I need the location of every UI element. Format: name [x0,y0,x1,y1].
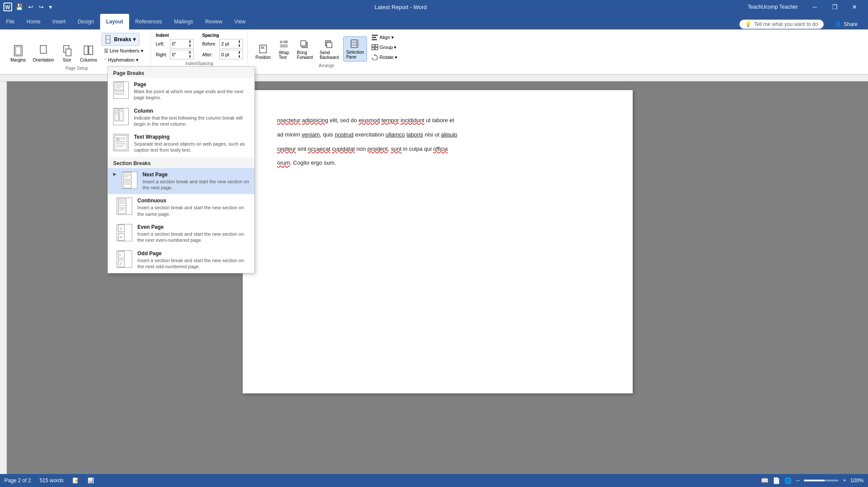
spacing-before-row: Before: 2 pt ⬆⬇ [202,39,243,49]
text-wrap-item-desc: Separate text around objects on web page… [134,141,249,153]
selection-pane-button[interactable]: SelectionPane [343,36,367,62]
size-button[interactable]: Size [59,43,76,64]
margins-button[interactable]: Margins [8,43,29,64]
tab-home[interactable]: Home [20,14,46,29]
read-mode-icon[interactable]: 📖 [761,477,768,484]
svg-rect-33 [375,45,378,47]
orientation-icon [38,45,49,57]
window-controls: ─ ❐ ✕ [805,0,865,14]
indent-group-label: Indent [185,61,198,66]
share-button[interactable]: 👤 Share [829,19,864,29]
page-item-title: Page [134,81,249,88]
hyphenation-button[interactable]: ⁻ Hyphenation ▾ [101,56,141,64]
section-breaks-header: Section Breaks [108,157,254,168]
orientation-button[interactable]: Orientation [30,43,57,64]
tab-mailings[interactable]: Mailings [168,14,199,29]
odd-page-item-text: Odd Page Insert a section break and star… [137,250,249,270]
minimize-btn[interactable]: ─ [805,0,825,14]
selection-pane-icon [350,39,360,49]
svg-text:-2: -2 [119,227,122,230]
wrap-text-button[interactable]: WrapText [275,37,293,62]
share-icon: 👤 [835,21,842,27]
qat-dropdown-btn[interactable]: ▾ [47,3,54,11]
group-icon [371,44,378,50]
menu-item-continuous[interactable]: Continuous Insert a section break and st… [108,194,254,221]
align-button[interactable]: Align ▾ [369,33,400,42]
send-backward-icon [325,39,334,49]
wrap-text-icon [279,39,289,49]
send-backward-button[interactable]: SendBackward [317,37,341,62]
restore-btn[interactable]: ❐ [825,0,845,14]
continuous-item-title: Continuous [137,198,249,204]
zoom-out-btn[interactable]: ─ [796,477,800,484]
page-break-icon [113,81,129,99]
window-title: Latest Report - Word [54,4,748,10]
menu-item-odd-page[interactable]: 1 -3 Odd Page Insert a section break and… [108,247,254,273]
svg-rect-38 [115,90,124,94]
even-page-item-title: Even Page [137,224,249,230]
spacing-group-label: Spacing [198,61,213,66]
zoom-slider[interactable] [804,480,839,481]
app-icon: W [3,3,12,11]
indent-group: Indent Left: 0" ⬆⬇ Right: 0" ⬆⬇ [156,33,194,59]
tab-view[interactable]: View [228,14,252,29]
tab-insert[interactable]: Insert [46,14,72,29]
tell-me-bar[interactable]: 💡 Tell me what you want to do [739,19,824,29]
bring-forward-icon [300,39,309,49]
ribbon-group-arrange: Position WrapText BringForward [249,31,405,68]
menu-item-next-page[interactable]: ▶ Next Page Insert a section break and s… [108,168,254,195]
column-item-desc: Indicate that the text following the col… [134,115,249,127]
page-item-desc: Mark the point at which one page ends an… [134,88,249,101]
tab-layout[interactable]: Layout [100,14,129,29]
spacing-after-label: After: [202,52,218,57]
position-button[interactable]: Position [253,42,274,62]
next-page-item-title: Next Page [143,172,249,178]
menu-item-page[interactable]: Page Mark the point at which one page en… [108,78,254,104]
web-layout-icon[interactable]: 🌐 [784,477,792,484]
spacing-before-input[interactable]: 2 pt ⬆⬇ [219,39,243,49]
ribbon-tabs: File Home Insert Design Layout Reference… [0,14,868,29]
svg-rect-67 [118,199,126,214]
even-page-item-text: Even Page Insert a section break and sta… [137,224,249,244]
page-breaks-header: Page Breaks [108,67,254,78]
tab-design[interactable]: Design [72,14,100,29]
bring-forward-button[interactable]: BringForward [294,37,315,62]
track-changes-icon[interactable]: 📊 [88,477,94,484]
tell-me-placeholder: Tell me what you want to do [754,21,818,27]
close-btn[interactable]: ✕ [845,0,865,14]
redo-qat-btn[interactable]: ↪ [37,3,46,11]
svg-rect-53 [116,137,120,141]
group-button[interactable]: Group ▾ [369,43,400,52]
continuous-item-desc: Insert a section break and start the new… [137,205,249,217]
columns-icon [83,45,94,57]
status-bar-left: Page 2 of 2 515 words 📝 📊 [4,477,94,484]
svg-rect-7 [40,45,46,53]
menu-item-column[interactable]: Column Indicate that the text following … [108,104,254,131]
rotate-button[interactable]: Rotate ▾ [369,53,400,62]
indent-right-row: Right: 0" ⬆⬇ [156,50,194,59]
indent-right-input[interactable]: 0" ⬆⬇ [170,50,194,59]
columns-button[interactable]: Columns [78,43,100,64]
save-qat-btn[interactable]: 💾 [14,3,25,11]
indent-left-row: Left: 0" ⬆⬇ [156,39,194,49]
spacing-after-input[interactable]: 0 pt ⬆⬇ [219,50,243,59]
tab-references[interactable]: References [129,14,168,29]
status-bar-right: 📖 📄 🌐 ─ + 100% [761,477,864,484]
svg-rect-29 [372,35,378,36]
menu-item-text-wrapping[interactable]: Text Wrapping Separate text around objec… [108,130,254,157]
zoom-in-btn[interactable]: + [843,477,846,484]
print-layout-icon[interactable]: 📄 [773,477,780,484]
line-numbers-button[interactable]: ☰ Line Numbers ▾ [101,47,146,55]
tab-file[interactable]: File [0,14,20,29]
svg-rect-30 [372,37,376,38]
indent-left-input[interactable]: 0" ⬆⬇ [170,39,194,49]
menu-item-even-page[interactable]: -2 -4 Even Page Insert a section break a… [108,221,254,247]
tab-review[interactable]: Review [199,14,228,29]
arrange-label: Arrange [253,63,400,68]
undo-qat-btn[interactable]: ↩ [26,3,35,11]
svg-rect-22 [301,41,306,46]
breaks-button[interactable]: Breaks ▾ [101,33,140,46]
svg-rect-32 [372,45,374,47]
zoom-level: 100% [850,477,864,484]
language-icon[interactable]: 📝 [72,477,79,484]
